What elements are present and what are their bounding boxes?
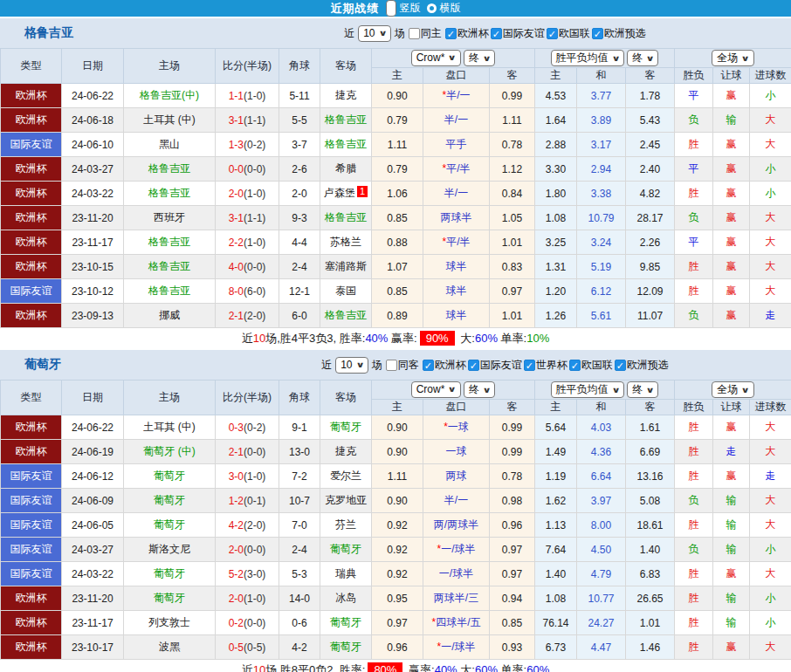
col-avg-away: 客 <box>626 68 675 84</box>
handicap-group-header: Crow*∨ 终∨ <box>372 49 535 68</box>
competition-checklist: ✓欧洲杯✓国际友谊✓世界杯✓欧国联✓欧洲预选 <box>423 358 669 373</box>
star-marker: * <box>442 89 446 101</box>
fulltime-score: 3-1 <box>229 114 244 127</box>
match-date: 24-03-27 <box>62 157 124 182</box>
handicap-line: *一/球半 <box>423 635 490 660</box>
avg-draw-odds: 3.38 <box>577 182 626 206</box>
layout-option-vertical[interactable]: 竖版 <box>386 0 421 17</box>
same-venue-filter[interactable]: 同主 <box>409 26 442 41</box>
avg-home-odds: 6.73 <box>535 635 577 660</box>
away-team: 葡萄牙 <box>320 611 372 635</box>
halftime-score: (2-0) <box>244 310 265 322</box>
bookmaker-select[interactable]: Crow*∨ <box>411 50 461 66</box>
competition-checklist: ✓欧洲杯✓国际友谊✓欧国联✓欧洲预选 <box>445 26 646 41</box>
summary-segment: 近 <box>242 332 253 345</box>
fullmatch-group-header: 全场∨ <box>675 49 791 68</box>
avg-away-odds: 1.61 <box>626 415 675 440</box>
checkbox-icon[interactable] <box>386 360 397 371</box>
halftime-score: (1-0) <box>244 470 265 483</box>
page-title: 近期战绩 <box>331 1 380 17</box>
competition-filter[interactable]: ✓欧洲预选 <box>592 26 646 41</box>
col-avg-away: 客 <box>626 400 675 415</box>
radio-unselected-icon[interactable] <box>427 3 437 13</box>
col-date: 日期 <box>62 381 124 415</box>
halftime-score: (0-0) <box>244 163 265 175</box>
avg-home-odds: 1.80 <box>535 182 577 206</box>
checkbox-icon[interactable]: ✓ <box>615 360 626 371</box>
final-odds-select[interactable]: 终∨ <box>464 381 495 398</box>
competition-badge: 国际友谊 <box>1 513 62 538</box>
competition-filter[interactable]: ✓国际友谊 <box>468 358 522 373</box>
avg-odds-select[interactable]: 胜平负均值∨ <box>551 50 624 66</box>
handicap-away-odds: 0.94 <box>490 586 535 611</box>
halftime-score: (3-0) <box>244 568 265 580</box>
avg-away-odds: 18.61 <box>626 513 675 538</box>
final-odds-select2[interactable]: 终∨ <box>627 381 658 398</box>
handicap-line: 两/两球半 <box>423 513 490 538</box>
checkbox-icon[interactable]: ✓ <box>524 360 535 371</box>
score: 8-0(6-0) <box>216 279 279 304</box>
home-team: 格鲁吉亚 <box>124 182 216 206</box>
handicap-line: 平手 <box>423 133 490 157</box>
handicap-away-odds: 0.85 <box>490 611 535 635</box>
score: 2-0(0-0) <box>216 538 279 562</box>
col-corner: 角球 <box>279 49 320 84</box>
corners: 4-2 <box>279 635 320 660</box>
home-team: 西班牙 <box>124 206 216 230</box>
competition-filter[interactable]: ✓欧国联 <box>547 26 590 41</box>
competition-filter[interactable]: ✓欧洲杯 <box>423 358 466 373</box>
handicap-group-header: Crow*∨ 终∨ <box>372 381 535 400</box>
handicap-home-odds: 0.89 <box>372 304 423 328</box>
handicap-away-odds: 0.96 <box>490 513 535 538</box>
competition-filter[interactable]: ✓世界杯 <box>524 358 567 373</box>
avg-draw-odds: 10.77 <box>577 586 626 611</box>
result: 胜 <box>675 182 713 206</box>
competition-filter[interactable]: ✓欧国联 <box>569 358 613 373</box>
checkbox-icon[interactable]: ✓ <box>445 28 457 39</box>
home-team: 葡萄牙 <box>124 513 216 538</box>
radio-selected-icon[interactable] <box>386 0 396 17</box>
halftime-score: (1-1) <box>244 114 265 127</box>
competition-filter[interactable]: ✓国际友谊 <box>491 26 545 41</box>
handicap-line: 半/一 <box>423 108 490 133</box>
competition-filter[interactable]: ✓欧洲杯 <box>445 26 489 41</box>
avg-odds-select[interactable]: 胜平负均值∨ <box>551 381 624 398</box>
match-date: 24-06-10 <box>62 133 124 157</box>
layout-option-horizontal[interactable]: 横版 <box>427 1 461 16</box>
checkbox-icon[interactable]: ✓ <box>423 360 434 371</box>
checkbox-icon[interactable]: ✓ <box>592 28 603 39</box>
avg-away-odds: 1.01 <box>626 611 675 635</box>
competition-badge: 欧洲杯 <box>1 84 62 108</box>
fullmatch-select[interactable]: 全场∨ <box>712 50 753 66</box>
match-count-select[interactable]: 10∨ <box>358 25 391 42</box>
score: 2-1(0-0) <box>216 440 279 464</box>
checkbox-icon[interactable]: ✓ <box>468 360 479 371</box>
fulltime-score: 2-1 <box>229 446 244 458</box>
fulltime-score: 0-0 <box>229 163 244 175</box>
avg-home-odds: 1.49 <box>535 440 577 464</box>
away-team: 葡萄牙 <box>320 415 372 440</box>
competition-filter[interactable]: ✓欧洲预选 <box>615 358 669 373</box>
col-type: 类型 <box>1 381 62 415</box>
final-odds-select2[interactable]: 终∨ <box>627 50 658 66</box>
final-odds-select[interactable]: 终∨ <box>464 50 495 66</box>
avg-home-odds: 1.31 <box>535 255 577 279</box>
goals-result: 大 <box>750 562 791 586</box>
same-venue-filter[interactable]: 同客 <box>386 358 419 373</box>
bookmaker-select[interactable]: Crow*∨ <box>411 381 461 398</box>
checkbox-icon[interactable]: ✓ <box>491 28 502 39</box>
checkbox-icon[interactable]: ✓ <box>569 360 581 371</box>
unit-label: 场 <box>372 358 382 373</box>
handicap-line: 两球半 <box>423 206 490 230</box>
away-team: 葡萄牙 <box>320 538 372 562</box>
col-away: 客场 <box>320 49 372 84</box>
checkbox-icon[interactable] <box>409 28 420 39</box>
fullmatch-select[interactable]: 全场∨ <box>712 381 753 398</box>
competition-badge: 国际友谊 <box>1 464 62 489</box>
match-count-select[interactable]: 10∨ <box>335 357 368 374</box>
checkbox-icon[interactable]: ✓ <box>547 28 558 39</box>
avg-away-odds: 2.26 <box>626 230 675 255</box>
handicap-home-odds: 0.92 <box>372 538 423 562</box>
fulltime-score: 4-0 <box>229 261 244 273</box>
handicap-away-odds: 0.99 <box>490 415 535 440</box>
